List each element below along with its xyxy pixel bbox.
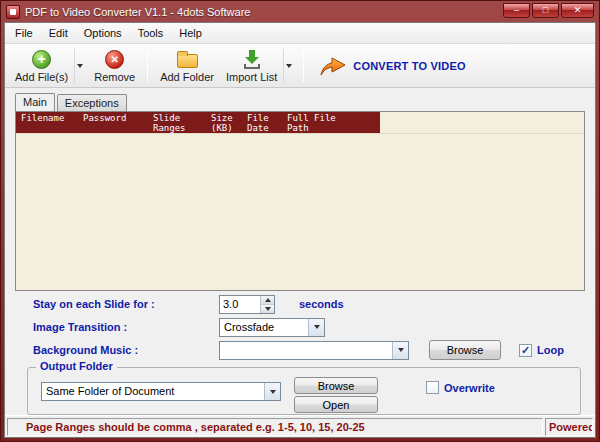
transition-label: Image Transition : xyxy=(33,321,219,333)
overwrite-checkbox[interactable] xyxy=(426,381,439,394)
add-folder-icon xyxy=(177,54,198,68)
remove-button[interactable]: ✕ Remove xyxy=(88,47,141,84)
music-browse-button[interactable]: Browse xyxy=(429,340,501,360)
chevron-down-icon xyxy=(314,325,320,329)
add-files-dropdown-button[interactable] xyxy=(74,49,85,83)
add-files-label: Add File(s) xyxy=(15,71,68,83)
toolbar-separator xyxy=(303,50,304,82)
close-button[interactable]: ✕ xyxy=(561,3,594,18)
status-bar: Page Ranges should be comma , separated … xyxy=(5,415,595,437)
seconds-label: seconds xyxy=(299,298,344,310)
chevron-down-icon xyxy=(265,307,271,311)
combo-arrow[interactable] xyxy=(308,319,324,336)
status-message: Page Ranges should be comma , separated … xyxy=(7,418,543,436)
background-music-input[interactable] xyxy=(219,341,409,360)
import-list-button[interactable]: Import List xyxy=(220,47,283,84)
loop-label: Loop xyxy=(537,344,564,356)
title-bar[interactable]: PDF to Video Converter V1.1 - 4dots Soft… xyxy=(4,1,596,22)
convert-to-video-button[interactable]: CONVERT TO VIDEO xyxy=(310,52,475,80)
column-header-size[interactable]: Size (KB) xyxy=(206,112,242,133)
maximize-button[interactable]: □ xyxy=(532,3,559,18)
combo-arrow[interactable] xyxy=(264,383,280,400)
menu-edit[interactable]: Edit xyxy=(41,24,76,42)
add-folder-button[interactable]: Add Folder xyxy=(154,47,220,84)
stepper-up-button[interactable] xyxy=(261,296,274,304)
slide-duration-stepper[interactable]: 3.0 xyxy=(219,295,275,314)
chevron-up-icon xyxy=(265,298,271,302)
menu-tools[interactable]: Tools xyxy=(130,24,172,42)
chevron-down-icon xyxy=(398,348,404,352)
stepper-down-button[interactable] xyxy=(261,304,274,313)
file-list[interactable]: Filename Password Slide Ranges Size (KB)… xyxy=(15,111,585,291)
menu-bar: File Edit Options Tools Help xyxy=(5,23,595,44)
column-header-slide-ranges[interactable]: Slide Ranges xyxy=(148,112,206,133)
app-window: PDF to Video Converter V1.1 - 4dots Soft… xyxy=(0,0,600,442)
menu-file[interactable]: File xyxy=(7,24,41,42)
remove-label: Remove xyxy=(94,71,135,83)
slide-duration-value[interactable]: 3.0 xyxy=(220,296,260,313)
column-header-filename[interactable]: Filename xyxy=(16,112,78,133)
add-files-button[interactable]: + Add File(s) xyxy=(9,47,74,84)
output-browse-button[interactable]: Browse xyxy=(294,377,378,394)
file-list-body[interactable] xyxy=(16,134,584,290)
tab-strip: Main Exceptions xyxy=(15,93,595,111)
slide-duration-label: Stay on each Slide for : xyxy=(33,298,219,310)
window-title: PDF to Video Converter V1.1 - 4dots Soft… xyxy=(25,6,498,18)
toolbar-separator xyxy=(147,50,148,82)
output-folder-group-label: Output Folder xyxy=(36,360,117,372)
tab-main[interactable]: Main xyxy=(15,93,55,111)
file-list-header: Filename Password Slide Ranges Size (KB)… xyxy=(16,112,584,134)
import-list-icon xyxy=(242,49,262,69)
slide-duration-row: Stay on each Slide for : 3.0 seconds xyxy=(33,294,595,314)
chevron-down-icon xyxy=(270,390,276,394)
output-open-button[interactable]: Open xyxy=(294,396,378,413)
loop-checkbox[interactable]: ✓ xyxy=(519,344,532,357)
tab-exceptions[interactable]: Exceptions xyxy=(57,94,127,111)
minimize-button[interactable]: – xyxy=(503,3,530,18)
import-list-label: Import List xyxy=(226,71,277,83)
menu-options[interactable]: Options xyxy=(76,24,130,42)
import-list-dropdown-button[interactable] xyxy=(283,49,294,83)
combo-arrow[interactable] xyxy=(392,342,408,359)
add-folder-label: Add Folder xyxy=(160,71,214,83)
app-icon xyxy=(6,5,20,19)
toolbar: + Add File(s) ✕ Remove Add Folder xyxy=(5,44,595,88)
column-header-full-path[interactable]: Full File Path xyxy=(282,112,380,133)
add-files-icon: + xyxy=(32,50,51,69)
column-header-file-date[interactable]: File Date xyxy=(242,112,282,133)
output-folder-group: Output Folder Same Folder of Document Br… xyxy=(27,367,581,415)
convert-arrow-icon xyxy=(320,56,346,76)
transition-value: Crossfade xyxy=(220,319,308,336)
menu-help[interactable]: Help xyxy=(171,24,210,42)
convert-label: CONVERT TO VIDEO xyxy=(353,60,465,72)
background-music-value[interactable] xyxy=(220,342,392,359)
transition-row: Image Transition : Crossfade xyxy=(33,317,595,337)
status-branding: Powered By 4 Dots xyxy=(545,418,593,436)
output-folder-value: Same Folder of Document xyxy=(42,383,264,400)
remove-icon: ✕ xyxy=(105,50,124,69)
background-music-label: Background Music : xyxy=(33,344,219,356)
chevron-down-icon xyxy=(77,64,83,68)
overwrite-label: Overwrite xyxy=(444,382,495,394)
background-music-row: Background Music : Browse ✓ Loop xyxy=(33,340,595,360)
chevron-down-icon xyxy=(286,64,292,68)
transition-select[interactable]: Crossfade xyxy=(219,318,325,337)
output-folder-select[interactable]: Same Folder of Document xyxy=(41,382,281,401)
client-area: File Edit Options Tools Help + Add File(… xyxy=(4,22,596,438)
column-header-password[interactable]: Password xyxy=(78,112,148,133)
checkmark-icon: ✓ xyxy=(521,345,530,356)
